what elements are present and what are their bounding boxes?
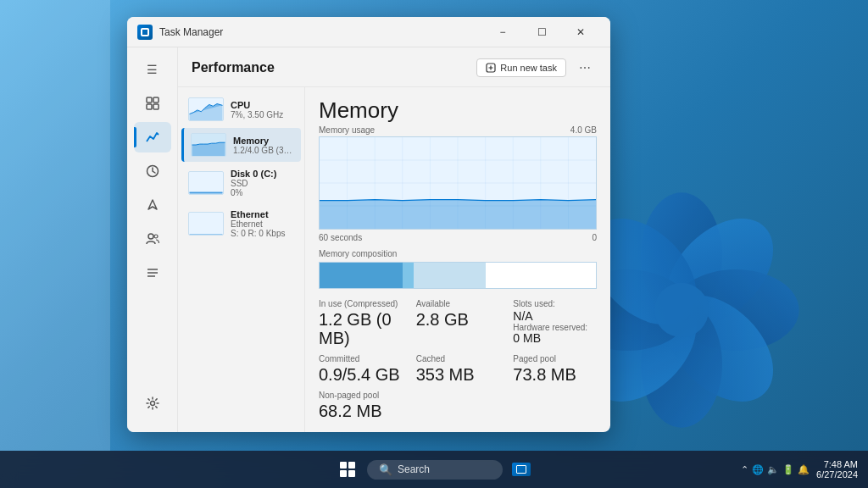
memory-detail-panel: Memory Memory usage 4.0 GB xyxy=(305,87,610,432)
chart-time-label: 60 seconds xyxy=(319,233,362,242)
sidebar-processes-icon[interactable] xyxy=(134,88,171,119)
cpu-item[interactable]: CPU 7%, 3.50 GHz xyxy=(181,92,301,126)
system-clock[interactable]: 7:48 AM 6/27/2024 xyxy=(816,459,858,480)
comp-free xyxy=(486,263,596,288)
svg-marker-39 xyxy=(320,200,596,229)
minimize-button[interactable]: − xyxy=(483,19,522,46)
run-task-label: Run new task xyxy=(500,63,557,73)
ethernet-item[interactable]: Ethernet Ethernet S: 0 R: 0 Kbps xyxy=(181,204,301,243)
memory-name: Memory xyxy=(233,136,294,146)
memory-item[interactable]: Memory 1.2/4.0 GB (30%) xyxy=(181,128,301,162)
sidebar-details-icon[interactable] xyxy=(134,258,171,288)
chart-grid-svg xyxy=(320,137,596,229)
taskbar-right: ⌃ 🌐 🔈 🔋 🔔 7:48 AM 6/27/2024 xyxy=(741,459,858,480)
memory-composition-bar xyxy=(319,262,597,289)
stat-nonpaged-value: 68.2 MB xyxy=(319,402,403,420)
stat-committed-value: 0.9/5.4 GB xyxy=(319,365,403,384)
logo-q1 xyxy=(340,462,347,469)
stat-cached: Cached 353 MB xyxy=(416,354,500,384)
memory-mini-chart xyxy=(192,134,225,156)
memory-usage-chart xyxy=(319,136,597,230)
ethernet-mini-chart xyxy=(189,213,223,235)
disk-item[interactable]: Disk 0 (C:) SSD 0% xyxy=(181,164,301,202)
disk-mini-chart xyxy=(189,172,223,194)
svg-point-8 xyxy=(654,283,709,337)
stat-slots-label: Slots used: xyxy=(513,299,597,308)
run-task-icon xyxy=(486,63,496,73)
window-controls: − ☐ ✕ xyxy=(483,19,600,46)
sidebar-menu-icon[interactable]: ☰ xyxy=(134,54,171,85)
performance-header: Performance Run new task ⋯ xyxy=(178,47,610,87)
svg-marker-26 xyxy=(190,234,223,235)
task-manager-taskbar-button[interactable] xyxy=(509,458,533,481)
taskbar-search[interactable]: 🔍 Search xyxy=(367,460,503,480)
memory-detail-title: Memory xyxy=(319,97,597,124)
clock-time: 7:48 AM xyxy=(816,459,858,469)
stat-nonpaged-label: Non-paged pool xyxy=(319,391,403,400)
taskbar-app-icon xyxy=(512,463,531,476)
run-new-task-button[interactable]: Run new task xyxy=(476,58,566,77)
cpu-info: CPU 7%, 3.50 GHz xyxy=(231,100,294,119)
comp-standby xyxy=(414,263,486,288)
stats-grid: In use (Compressed) 1.2 GB (0 MB) Availa… xyxy=(319,299,597,420)
chart-header: Memory usage 4.0 GB xyxy=(319,125,597,135)
disk-percent: 0% xyxy=(231,188,294,197)
memory-info: Memory 1.2/4.0 GB (30%) xyxy=(233,136,294,155)
split-content: CPU 7%, 3.50 GHz Memor xyxy=(178,87,610,432)
sidebar-users-icon[interactable] xyxy=(134,224,171,254)
memory-thumb xyxy=(191,133,226,157)
stat-slots-value: N/A xyxy=(513,310,597,323)
memory-detail: 1.2/4.0 GB (30%) xyxy=(233,146,294,155)
chevron-up-icon[interactable]: ⌃ xyxy=(741,464,748,475)
sidebar-performance-icon[interactable] xyxy=(134,122,171,152)
network-icon[interactable]: 🌐 xyxy=(752,464,764,475)
close-button[interactable]: ✕ xyxy=(561,19,600,46)
ethernet-name: Ethernet xyxy=(231,209,294,219)
ethernet-type: Ethernet xyxy=(231,219,294,229)
system-tray: ⌃ 🌐 🔈 🔋 🔔 xyxy=(741,464,810,475)
stat-paged-pool: Paged pool 73.8 MB xyxy=(513,354,597,384)
ethernet-thumb xyxy=(188,212,224,236)
stat-cached-value: 353 MB xyxy=(416,365,500,384)
app-icon xyxy=(137,25,153,40)
stat-slots: Slots used: N/A Hardware reserved: 0 MB xyxy=(513,299,597,347)
taskbar-app-icon-inner xyxy=(516,465,526,474)
taskbar: 🔍 Search ⌃ 🌐 🔈 🔋 🔔 7:48 AM 6/27/2024 xyxy=(0,451,868,488)
logo-q4 xyxy=(348,470,355,477)
title-bar: Task Manager − ☐ ✕ xyxy=(127,17,610,47)
cpu-mini-chart xyxy=(189,98,223,120)
window-title: Task Manager xyxy=(159,26,483,38)
windows-logo xyxy=(340,462,355,477)
chart-footer: 60 seconds 0 xyxy=(319,233,597,242)
chart-min-label: 0 xyxy=(592,233,597,242)
notification-icon[interactable]: 🔔 xyxy=(798,464,810,475)
comp-used xyxy=(320,263,403,288)
sidebar-settings-icon[interactable] xyxy=(134,388,171,419)
disk-thumb xyxy=(188,171,224,195)
search-label: Search xyxy=(398,463,430,475)
stat-paged-label: Paged pool xyxy=(513,354,597,363)
svg-rect-12 xyxy=(153,104,159,109)
svg-point-14 xyxy=(148,234,153,239)
maximize-button[interactable]: ☐ xyxy=(522,19,561,46)
ethernet-info: Ethernet Ethernet S: 0 R: 0 Kbps xyxy=(231,209,294,238)
header-actions: Run new task ⋯ xyxy=(476,56,597,80)
cpu-detail: 7%, 3.50 GHz xyxy=(231,110,294,119)
cpu-thumb xyxy=(188,97,224,121)
clock-date: 6/27/2024 xyxy=(816,469,858,480)
taskbar-center: 🔍 Search xyxy=(335,458,533,481)
stat-available-value: 2.8 GB xyxy=(416,310,500,329)
sidebar-history-icon[interactable] xyxy=(134,156,171,186)
svg-point-19 xyxy=(150,402,154,406)
sidebar-startup-icon[interactable] xyxy=(134,190,171,220)
more-options-button[interactable]: ⋯ xyxy=(573,56,597,80)
disk-info: Disk 0 (C:) SSD 0% xyxy=(231,169,294,197)
stat-committed: Committed 0.9/5.4 GB xyxy=(319,354,403,384)
volume-icon[interactable]: 🔈 xyxy=(767,464,779,475)
battery-icon[interactable]: 🔋 xyxy=(782,464,794,475)
logo-q3 xyxy=(340,470,347,477)
stat-in-use: In use (Compressed) 1.2 GB (0 MB) xyxy=(319,299,403,347)
start-button[interactable] xyxy=(335,460,360,479)
memory-max-label: 4.0 GB xyxy=(570,125,597,135)
stat-available-label: Available xyxy=(416,299,500,308)
